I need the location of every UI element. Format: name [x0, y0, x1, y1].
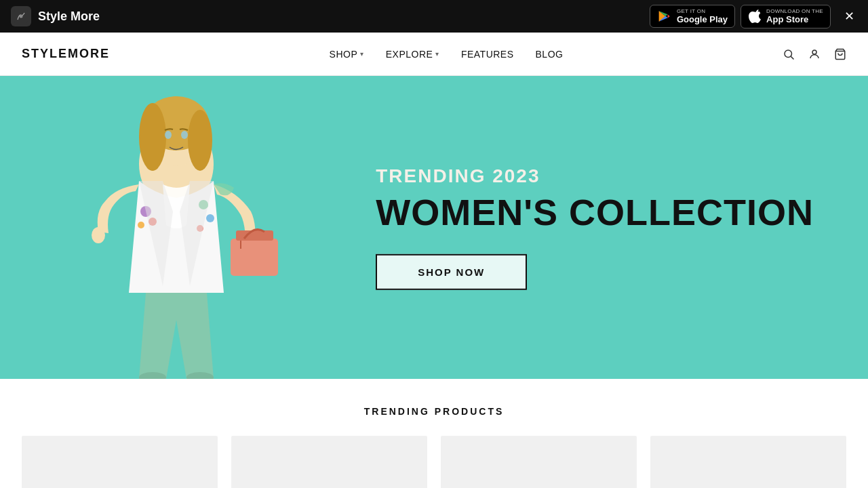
hero-image [0, 76, 393, 379]
svg-point-1 [20, 15, 23, 18]
app-name: Style More [38, 9, 100, 24]
svg-point-10 [188, 110, 212, 171]
nav-logo[interactable]: STYLEMORE [22, 47, 110, 61]
product-card-1[interactable] [22, 436, 218, 488]
user-icon [808, 48, 821, 60]
account-button[interactable] [808, 48, 821, 60]
cart-icon [834, 48, 846, 60]
hero-subtitle: TRENDING 2023 [376, 165, 814, 186]
nav-item-explore: EXPLORE ▾ [386, 49, 439, 60]
products-grid [22, 436, 846, 488]
svg-point-15 [206, 214, 214, 222]
product-card-3[interactable] [441, 436, 637, 488]
app-store-text: Download on the App Store [766, 8, 823, 25]
product-card-4[interactable] [650, 436, 846, 488]
app-store-name: App Store [766, 14, 823, 25]
search-icon [783, 48, 795, 60]
nav-link-features[interactable]: FEATURES [461, 49, 514, 60]
close-banner-button[interactable]: ✕ [842, 9, 857, 24]
svg-rect-18 [236, 230, 273, 241]
svg-point-22 [92, 227, 105, 243]
google-play-badge[interactable]: GET IT ON Google Play [650, 5, 735, 28]
explore-chevron-icon: ▾ [435, 50, 439, 58]
nav-links: SHOP ▾ EXPLORE ▾ FEATURES BLOG [330, 49, 564, 60]
svg-point-13 [138, 222, 144, 228]
hero-content: TRENDING 2023 WOMEN'S COLLECTION SHOP NO… [0, 76, 868, 379]
google-play-name: Google Play [677, 14, 728, 25]
svg-point-9 [139, 103, 166, 171]
google-play-get-it: GET IT ON [677, 8, 728, 14]
product-card-2[interactable] [231, 436, 427, 488]
app-icon [11, 6, 31, 26]
svg-point-23 [165, 131, 172, 139]
nav-item-blog: BLOG [536, 49, 564, 60]
nav-link-blog[interactable]: BLOG [536, 49, 564, 60]
nav-link-explore[interactable]: EXPLORE ▾ [386, 49, 439, 60]
google-play-text: GET IT ON Google Play [677, 8, 728, 25]
navbar: STYLEMORE SHOP ▾ EXPLORE ▾ FEATURES BLOG [0, 33, 868, 76]
trending-section: TRENDING PRODUCTS [0, 379, 868, 488]
shop-now-button[interactable]: SHOP NOW [376, 254, 527, 290]
app-store-badge[interactable]: Download on the App Store [741, 5, 831, 28]
svg-line-3 [791, 56, 793, 59]
nav-link-shop[interactable]: SHOP ▾ [330, 49, 364, 60]
google-play-icon [657, 9, 672, 24]
svg-rect-17 [231, 239, 278, 276]
banner-right: GET IT ON Google Play Download on the Ap… [650, 5, 857, 28]
svg-point-2 [785, 50, 792, 58]
apple-icon [748, 8, 762, 25]
hero-text-block: TRENDING 2023 WOMEN'S COLLECTION SHOP NO… [376, 165, 814, 289]
nav-item-features: FEATURES [461, 49, 514, 60]
app-store-get-it: Download on the [766, 8, 823, 14]
trending-title: TRENDING PRODUCTS [22, 406, 846, 417]
hero-section: TRENDING 2023 WOMEN'S COLLECTION SHOP NO… [0, 76, 868, 379]
banner-left: Style More [11, 6, 100, 26]
svg-point-24 [181, 131, 188, 139]
svg-point-4 [812, 50, 816, 54]
hero-fashion-figure [20, 76, 373, 379]
nav-item-shop: SHOP ▾ [330, 49, 364, 60]
shop-chevron-icon: ▾ [360, 50, 364, 58]
search-button[interactable] [783, 48, 795, 60]
nav-icons [783, 48, 846, 60]
hero-title: WOMEN'S COLLECTION [376, 192, 814, 232]
top-banner: Style More GET IT ON Google Play [0, 0, 868, 33]
cart-button[interactable] [834, 48, 846, 60]
